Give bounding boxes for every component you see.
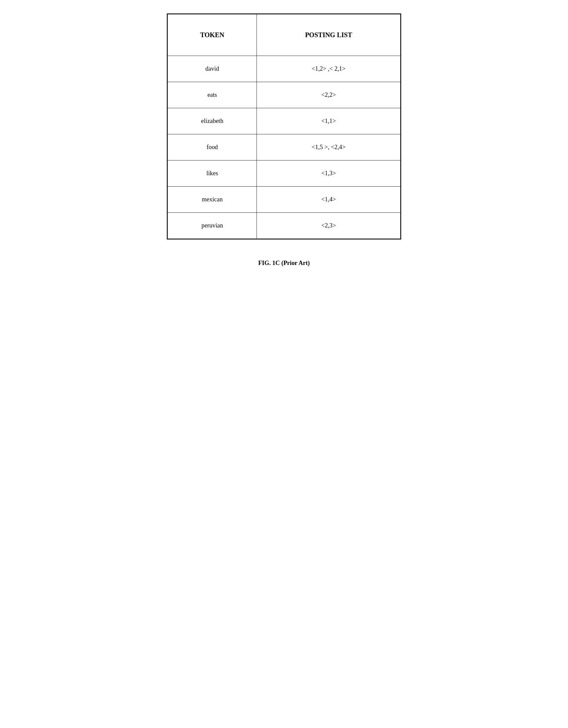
token-cell: food xyxy=(168,134,257,160)
token-header: TOKEN xyxy=(168,14,257,56)
token-cell: peruvian xyxy=(168,213,257,239)
posting-list-cell: <1,4> xyxy=(257,187,401,213)
posting-list-cell: <1,2> ,< 2,1> xyxy=(257,56,401,82)
posting-list-cell: <1,3> xyxy=(257,160,401,187)
posting-list-cell: <2,2> xyxy=(257,82,401,108)
token-cell: david xyxy=(168,56,257,82)
table-row: peruvian<2,3> xyxy=(168,213,401,239)
table-row: likes<1,3> xyxy=(168,160,401,187)
table-row: mexican<1,4> xyxy=(168,187,401,213)
posting-list-cell: <1,1> xyxy=(257,108,401,134)
table-row: elizabeth<1,1> xyxy=(168,108,401,134)
token-cell: likes xyxy=(168,160,257,187)
token-cell: elizabeth xyxy=(168,108,257,134)
table-row: food<1,5 >, <2,4> xyxy=(168,134,401,160)
index-table: TOKEN POSTING LIST david<1,2> ,< 2,1>eat… xyxy=(167,14,401,239)
table-wrapper: TOKEN POSTING LIST david<1,2> ,< 2,1>eat… xyxy=(167,13,401,240)
figure-caption: FIG. 1C (Prior Art) xyxy=(258,260,310,267)
table-row: eats<2,2> xyxy=(168,82,401,108)
table-header-row: TOKEN POSTING LIST xyxy=(168,14,401,56)
page-container: TOKEN POSTING LIST david<1,2> ,< 2,1>eat… xyxy=(167,13,401,267)
table-row: david<1,2> ,< 2,1> xyxy=(168,56,401,82)
posting-list-cell: <2,3> xyxy=(257,213,401,239)
posting-list-cell: <1,5 >, <2,4> xyxy=(257,134,401,160)
token-cell: mexican xyxy=(168,187,257,213)
token-cell: eats xyxy=(168,82,257,108)
posting-list-header: POSTING LIST xyxy=(257,14,401,56)
